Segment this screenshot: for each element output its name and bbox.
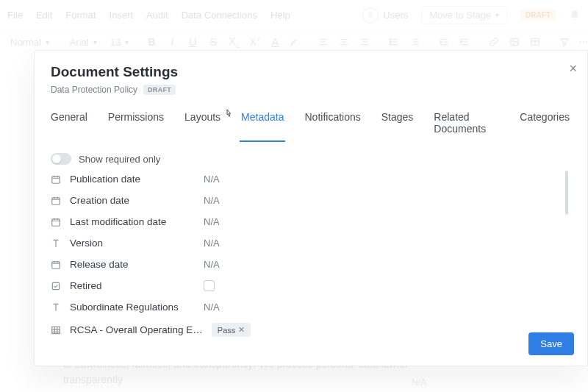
- metadata-label: Creation date: [70, 195, 195, 206]
- checkbox-icon: [51, 281, 61, 291]
- metadata-list: Publication dateN/ACreation dateN/ALast …: [51, 174, 559, 337]
- metadata-value: N/A: [204, 216, 220, 227]
- metadata-value: N/A: [204, 174, 220, 185]
- close-button[interactable]: ×: [569, 61, 577, 76]
- metadata-label: Subordinate Regulations: [70, 302, 195, 313]
- svg-rect-7: [52, 176, 60, 182]
- show-required-label: Show required only: [79, 154, 160, 165]
- metadata-label: Publication date: [70, 174, 195, 185]
- metadata-row[interactable]: Publication dateN/A: [51, 174, 559, 185]
- svg-rect-9: [52, 218, 60, 225]
- tab-related-documents[interactable]: Related Documents: [434, 108, 499, 142]
- metadata-label: Last modification date: [70, 216, 195, 227]
- text-icon: [51, 238, 61, 249]
- svg-rect-12: [52, 327, 60, 333]
- show-required-toggle[interactable]: [51, 153, 71, 165]
- tab-categories[interactable]: Categories: [520, 108, 570, 142]
- modal-subtitle: Data Protection Policy: [51, 85, 137, 95]
- metadata-row[interactable]: Release dateN/A: [51, 259, 559, 270]
- modal-title: Document Settings: [51, 64, 570, 80]
- tab-permissions[interactable]: Permissions: [108, 108, 164, 142]
- metadata-label: Retired: [70, 280, 195, 291]
- calendar-icon: [51, 174, 61, 185]
- metadata-label: RCSA - Overall Operating E…: [70, 324, 203, 335]
- metadata-value: N/A: [204, 302, 220, 313]
- metadata-value: N/A: [204, 259, 220, 270]
- tab-metadata[interactable]: Metadata: [241, 108, 284, 142]
- calendar-icon: [51, 260, 61, 270]
- tab-general[interactable]: General: [51, 108, 87, 142]
- svg-rect-11: [52, 282, 59, 289]
- metadata-label: Version: [70, 238, 195, 249]
- metadata-checkbox[interactable]: [204, 280, 215, 291]
- chip-label: Pass: [218, 326, 235, 335]
- tab-layouts[interactable]: Layouts: [184, 108, 220, 142]
- svg-rect-8: [52, 197, 60, 204]
- metadata-chip[interactable]: Pass ✕: [212, 323, 251, 337]
- settings-tabs: General Permissions Layouts Metadata Not…: [51, 108, 570, 143]
- metadata-row[interactable]: RCSA - Overall Operating E…Pass ✕: [51, 323, 559, 337]
- chip-remove-icon[interactable]: ✕: [238, 325, 245, 335]
- metadata-panel: Show required only Publication dateN/ACr…: [51, 153, 570, 352]
- table-icon: [51, 325, 61, 335]
- scrollbar[interactable]: [565, 171, 568, 215]
- svg-rect-10: [52, 261, 60, 268]
- tab-notifications[interactable]: Notifications: [304, 108, 360, 142]
- calendar-icon: [51, 217, 61, 227]
- metadata-value: N/A: [204, 195, 220, 206]
- metadata-row[interactable]: VersionN/A: [51, 238, 559, 249]
- metadata-value: N/A: [204, 238, 220, 249]
- calendar-icon: [51, 196, 61, 206]
- metadata-row[interactable]: Retired: [51, 280, 559, 291]
- metadata-label: Release date: [70, 259, 195, 270]
- draft-chip: DRAFT: [143, 85, 176, 95]
- metadata-row[interactable]: Creation dateN/A: [51, 195, 559, 206]
- metadata-row[interactable]: Last modification dateN/A: [51, 216, 559, 227]
- text-icon: [51, 302, 61, 313]
- document-settings-modal: × Document Settings Data Protection Poli…: [34, 50, 588, 366]
- metadata-row[interactable]: Subordinate RegulationsN/A: [51, 302, 559, 313]
- save-button[interactable]: Save: [528, 332, 574, 355]
- tab-stages[interactable]: Stages: [381, 108, 414, 142]
